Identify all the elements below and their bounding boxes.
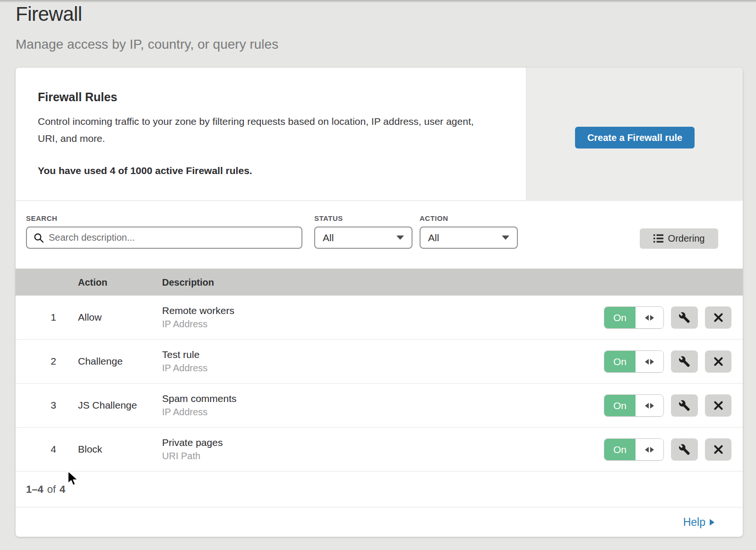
toggle-arrows-icon — [645, 447, 649, 453]
toggle-arrows-icon — [650, 359, 654, 365]
rule-match-type: IP Address — [162, 363, 207, 374]
rules-table-body: 1 Allow Remote workers IP Address On 2 C… — [16, 296, 743, 471]
action-label: ACTION — [420, 214, 448, 222]
toggle-on-label: On — [604, 439, 636, 460]
delete-rule-button[interactable] — [705, 438, 731, 461]
action-selected-value: All — [428, 232, 439, 244]
rule-description: Remote workers — [162, 305, 234, 316]
toggle-arrows-icon — [650, 403, 654, 409]
toggle-handle[interactable] — [636, 307, 663, 328]
rule-priority: 3 — [44, 400, 63, 411]
toggle-on-label: On — [604, 351, 636, 372]
toggle-handle[interactable] — [636, 439, 663, 460]
filters-bar: SEARCH STATUS All ACTION All Ordering — [16, 201, 743, 269]
wrench-icon — [679, 356, 690, 367]
action-select[interactable]: All — [420, 227, 518, 249]
toggle-handle[interactable] — [636, 351, 663, 372]
rule-enabled-toggle[interactable]: On — [604, 350, 664, 373]
table-row: 3 JS Challenge Spam comments IP Address … — [16, 384, 743, 428]
rule-action: Challenge — [78, 356, 123, 367]
toggle-arrows-icon — [645, 359, 649, 365]
rule-description-cell: Remote workers IP Address — [162, 305, 234, 330]
delete-rule-button[interactable] — [705, 350, 731, 373]
table-header: Action Description — [16, 269, 743, 296]
page-title: Firewall — [16, 3, 82, 26]
x-icon — [713, 313, 723, 323]
help-link-label: Help — [683, 516, 705, 529]
rule-description: Test rule — [162, 349, 207, 360]
search-icon — [34, 233, 44, 243]
rule-description-cell: Private pages URI Path — [162, 437, 223, 462]
toggle-arrows-icon — [650, 447, 654, 453]
status-label: STATUS — [314, 214, 343, 222]
card-heading: Firewall Rules — [38, 90, 117, 104]
pagination-bar: 1–4 of 4 — [16, 471, 743, 507]
wrench-icon — [679, 400, 690, 411]
toggle-arrows-icon — [650, 315, 654, 321]
search-label: SEARCH — [26, 214, 57, 222]
firewall-rules-card: Firewall Rules Control incoming traffic … — [16, 68, 743, 201]
toggle-handle[interactable] — [636, 395, 663, 416]
caret-down-icon — [396, 236, 404, 240]
create-firewall-rule-button[interactable]: Create a Firewall rule — [575, 127, 695, 148]
rule-enabled-toggle[interactable]: On — [604, 438, 664, 461]
rule-priority: 4 — [44, 444, 63, 455]
rule-action: Allow — [78, 312, 102, 323]
rule-match-type: IP Address — [162, 319, 234, 330]
rule-priority: 1 — [44, 312, 63, 323]
column-header-action: Action — [78, 277, 107, 288]
delete-rule-button[interactable] — [705, 394, 731, 417]
table-row: 2 Challenge Test rule IP Address On — [16, 340, 743, 384]
top-edge-shadow — [0, 0, 756, 3]
firewall-rules-panel: Firewall Rules Control incoming traffic … — [16, 68, 743, 537]
help-link[interactable]: Help — [683, 516, 714, 529]
search-input[interactable] — [49, 232, 301, 243]
x-icon — [713, 357, 723, 367]
ordering-button[interactable]: Ordering — [640, 228, 718, 249]
status-select[interactable]: All — [314, 227, 412, 249]
edit-rule-button[interactable] — [671, 394, 698, 417]
table-row: 4 Block Private pages URI Path On — [16, 428, 743, 471]
ordering-icon — [653, 234, 663, 243]
status-selected-value: All — [323, 232, 334, 244]
create-rule-aside: Create a Firewall rule — [526, 68, 743, 201]
delete-rule-button[interactable] — [705, 306, 731, 329]
toggle-on-label: On — [604, 395, 636, 416]
x-icon — [713, 445, 723, 454]
rules-usage-text: You have used 4 of 1000 active Firewall … — [38, 165, 252, 176]
panel-footer: Help — [16, 507, 743, 537]
toggle-arrows-icon — [645, 403, 649, 409]
wrench-icon — [679, 312, 690, 323]
rule-description-cell: Spam comments IP Address — [162, 393, 237, 418]
rule-priority: 2 — [44, 356, 63, 367]
rule-description: Private pages — [162, 437, 223, 448]
column-header-description: Description — [162, 277, 214, 288]
rule-match-type: IP Address — [162, 407, 237, 418]
edit-rule-button[interactable] — [671, 350, 698, 373]
help-arrow-icon — [710, 519, 714, 525]
pagination-of: of — [47, 483, 56, 496]
toggle-arrows-icon — [645, 315, 649, 321]
rule-match-type: URI Path — [162, 451, 223, 462]
edit-rule-button[interactable] — [671, 306, 698, 329]
table-row: 1 Allow Remote workers IP Address On — [16, 296, 743, 340]
search-field-wrapper[interactable] — [26, 227, 302, 249]
edit-rule-button[interactable] — [671, 438, 698, 461]
rule-action: JS Challenge — [78, 400, 137, 411]
pagination-range: 1–4 — [26, 483, 43, 496]
card-description: Control incoming traffic to your zone by… — [38, 113, 491, 147]
page-subtitle: Manage access by IP, country, or query r… — [16, 37, 278, 52]
toggle-on-label: On — [604, 307, 636, 328]
wrench-icon — [679, 444, 690, 455]
rule-enabled-toggle[interactable]: On — [604, 394, 664, 417]
caret-down-icon — [502, 236, 509, 240]
ordering-button-label: Ordering — [668, 233, 705, 244]
rule-description-cell: Test rule IP Address — [162, 349, 207, 374]
x-icon — [713, 401, 723, 410]
rule-enabled-toggle[interactable]: On — [604, 306, 664, 329]
rule-description: Spam comments — [162, 393, 237, 404]
rule-action: Block — [78, 444, 102, 455]
pagination-total: 4 — [60, 483, 65, 496]
